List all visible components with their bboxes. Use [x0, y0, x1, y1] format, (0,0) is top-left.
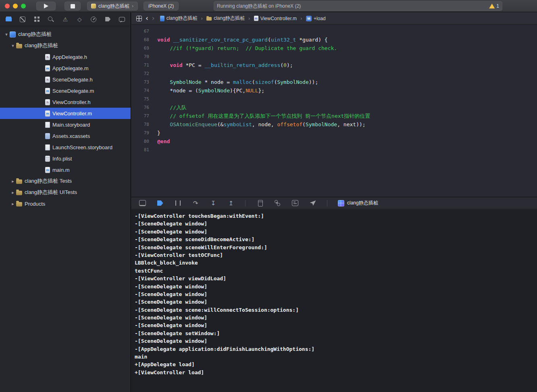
zoom-button[interactable]	[21, 4, 26, 8]
project-navigator-icon[interactable]	[5, 16, 12, 23]
folder-file-icon	[16, 179, 22, 184]
breakpoints-toggle-icon[interactable]	[156, 200, 164, 207]
line-number[interactable]: 69	[131, 46, 154, 51]
find-navigator-icon[interactable]	[48, 16, 54, 23]
sidebar-item[interactable]: ▸clang静态插桩 UITests	[0, 187, 131, 198]
sidebar-item[interactable]: mAppDelegate.m	[0, 63, 131, 74]
line-number[interactable]: 72	[131, 71, 154, 76]
console-output[interactable]: -[ViewController touchesBegan:withEvent:…	[131, 210, 537, 392]
stop-button[interactable]	[65, 2, 81, 10]
code-token	[157, 62, 170, 68]
folder-file-icon	[16, 191, 22, 195]
code-token: // offsetof 用在这里是为了入队添加下一个节点找到 前一个节点next…	[170, 113, 370, 119]
forward-button[interactable]: ›	[152, 15, 155, 22]
line-number[interactable]: 77	[131, 113, 154, 119]
code-line: 69 //if (!*guard) return; // Duplicate t…	[131, 44, 537, 52]
code-editor[interactable]: 6768void __sanitizer_cov_trace_pc_guard(…	[131, 25, 537, 197]
minimize-button[interactable]	[13, 4, 18, 8]
step-into-icon[interactable]: ↧	[210, 200, 217, 207]
sidebar-item[interactable]: ▸clang静态插桩 Tests	[0, 175, 131, 187]
line-number[interactable]: 74	[131, 88, 154, 93]
code-token: sizeof	[255, 79, 274, 85]
sidebar-item[interactable]: mmain.m	[0, 164, 131, 175]
related-items-icon[interactable]	[136, 16, 142, 21]
disclosure-icon[interactable]: ▸	[10, 201, 16, 206]
breakpoints-navigator-icon[interactable]	[105, 16, 111, 23]
hide-console-icon[interactable]	[139, 200, 146, 207]
breadcrumb-item[interactable]: M+load	[306, 16, 326, 21]
line-number[interactable]: 67	[131, 29, 154, 34]
sidebar-item[interactable]: mViewController.m	[0, 108, 131, 119]
sidebar-item[interactable]: hSceneDelegate.h	[0, 74, 131, 85]
breadcrumb: clang静态插桩›clang静态插桩›mViewController.m›M+…	[160, 15, 326, 22]
file-label: clang静态插桩	[25, 42, 58, 49]
symbols-navigator-icon[interactable]	[33, 16, 40, 23]
h-file-icon: h	[45, 54, 50, 60]
warning-badge[interactable]: 1	[489, 3, 499, 9]
console-line: -[SceneDelegate window]	[135, 284, 537, 291]
sidebar-item[interactable]: Info.plist	[0, 153, 131, 164]
sidebar-item[interactable]: ▾clang静态插桩	[0, 40, 131, 51]
sidebar-item[interactable]: Assets.xcassets	[0, 130, 131, 142]
sidebar-item[interactable]: mSceneDelegate.m	[0, 85, 131, 96]
code-token	[157, 79, 170, 85]
code-token: (	[252, 79, 255, 85]
sidebar-item[interactable]: Main.storyboard	[0, 119, 131, 130]
line-number[interactable]: 76	[131, 105, 154, 110]
line-number[interactable]: 81	[131, 147, 154, 152]
line-number[interactable]: 80	[131, 139, 154, 144]
source-control-navigator-icon[interactable]	[19, 16, 26, 23]
step-out-icon[interactable]: ↥	[227, 200, 235, 207]
process-chip[interactable]: clang静态插桩	[338, 200, 378, 206]
console-line: +[ViewController load]	[135, 369, 537, 377]
code-token: SymbolNode	[198, 88, 230, 94]
line-number[interactable]: 75	[131, 96, 154, 102]
play-icon	[44, 4, 48, 8]
code-text: SymbolNode * node = malloc(sizeof(Symbol…	[154, 79, 318, 85]
disclosure-icon[interactable]: ▾	[10, 43, 16, 48]
pause-icon[interactable]	[174, 200, 181, 207]
memory-graph-icon[interactable]	[274, 200, 281, 207]
run-button[interactable]	[36, 2, 56, 10]
breadcrumb-item[interactable]: clang静态插桩	[160, 15, 198, 22]
line-number[interactable]: 68	[131, 37, 154, 42]
disclosure-icon[interactable]: ▾	[3, 32, 10, 37]
breadcrumb-item[interactable]: mViewController.m	[254, 16, 297, 21]
line-number[interactable]: 71	[131, 63, 154, 68]
line-number[interactable]: 70	[131, 54, 154, 59]
close-button[interactable]	[5, 4, 10, 8]
scheme-selector[interactable]: clang静态插桩 ›	[87, 2, 138, 10]
scheme-app-icon	[91, 4, 96, 8]
disclosure-icon[interactable]: ▸	[10, 190, 16, 195]
sidebar-item[interactable]: ▾clang静态插桩	[0, 29, 131, 40]
line-number[interactable]: 79	[131, 130, 154, 136]
code-token: (	[280, 62, 283, 68]
file-label: ViewController.m	[52, 111, 92, 117]
code-token: };	[258, 88, 264, 94]
environment-overrides-icon[interactable]	[291, 200, 299, 207]
code-line: 78 OSAtomicEnqueue(&symboList, node, off…	[131, 120, 537, 129]
line-number[interactable]: 73	[131, 79, 154, 85]
code-token: ){PC,	[230, 88, 246, 94]
step-over-icon[interactable]: ↷	[192, 200, 199, 207]
code-line: 75	[131, 95, 537, 103]
destination-selector[interactable]: iPhoneX (2)	[144, 2, 179, 10]
sidebar-item[interactable]: hViewController.h	[0, 96, 131, 108]
app-icon	[338, 200, 344, 206]
disclosure-icon[interactable]: ▸	[10, 179, 16, 184]
reports-navigator-icon[interactable]	[119, 16, 125, 23]
file-label: AppDelegate.m	[52, 65, 89, 71]
tests-navigator-icon[interactable]: ◇	[76, 16, 83, 23]
issues-navigator-icon[interactable]: ⚠	[62, 16, 69, 23]
simulate-location-icon[interactable]	[309, 200, 316, 207]
debug-navigator-icon[interactable]	[90, 16, 97, 23]
sidebar-item[interactable]: LaunchScreen.storyboard	[0, 142, 131, 153]
view-hierarchy-icon[interactable]	[256, 200, 263, 207]
line-number[interactable]: 78	[131, 122, 154, 127]
folder-icon	[206, 17, 212, 21]
file-label: Products	[25, 201, 45, 207]
breadcrumb-item[interactable]: clang静态插桩	[206, 15, 245, 22]
sidebar-item[interactable]: ▸Products	[0, 198, 131, 209]
sidebar-item[interactable]: hAppDelegate.h	[0, 51, 131, 63]
back-button[interactable]: ‹	[146, 15, 148, 22]
